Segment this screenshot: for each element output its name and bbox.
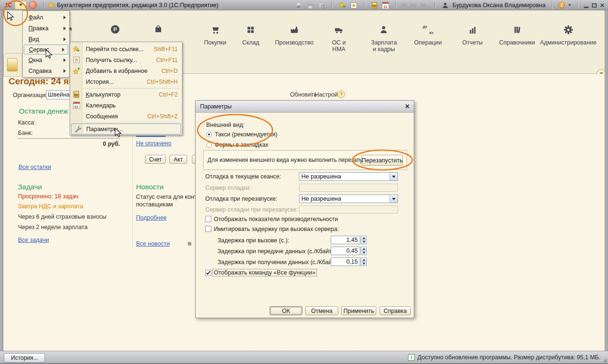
all-balances-link[interactable]: Все остатки xyxy=(18,164,51,170)
dropdown-button[interactable] xyxy=(390,195,398,203)
memory-recall-button[interactable]: М xyxy=(402,2,407,8)
delay-send-input[interactable]: 0,45 xyxy=(331,247,360,255)
shortcut: Ctrl+F2 xyxy=(159,91,178,98)
performance-checkbox-label[interactable]: Отображать показатели производительности xyxy=(214,216,338,222)
organization-select[interactable]: Швейна xyxy=(46,90,70,99)
performance-checkbox[interactable] xyxy=(205,216,211,222)
menu-item-go-to-link[interactable]: Перейти по ссылке... Shift+F11 xyxy=(70,44,182,54)
window-border-left xyxy=(0,10,3,351)
all-tasks-link[interactable]: Все задачи xyxy=(18,237,49,243)
imitate-delay-checkbox-label[interactable]: Имитировать задержку при вызовах сервера… xyxy=(214,226,339,232)
total-amount: 0 руб. xyxy=(73,141,120,147)
menu-item-history[interactable]: История... Ctrl+Shift+H xyxy=(70,76,182,87)
invoice-button[interactable]: Счет xyxy=(145,155,166,164)
debug-restart-select[interactable]: Не разрешена xyxy=(299,195,398,203)
section-tab-fixed-assets[interactable]: ОС и НМА xyxy=(332,25,345,53)
chevron-down-icon[interactable] xyxy=(568,4,571,6)
section-label: Зарплата и кадры xyxy=(371,39,397,53)
menu-item-windows[interactable]: Окна xyxy=(23,54,69,65)
menu-item-calendar[interactable]: 31 Календарь xyxy=(70,100,182,111)
task-item[interactable]: Через 2 недели зарплата xyxy=(18,224,88,231)
resize-grip[interactable]: ◢ xyxy=(603,358,607,363)
maximize-button[interactable] xyxy=(592,3,597,8)
favorites-star-icon[interactable] xyxy=(47,1,55,9)
all-functions-checkbox[interactable] xyxy=(205,270,211,276)
gear-icon xyxy=(563,25,574,35)
add-favorite-icon[interactable] xyxy=(338,1,346,9)
menu-item-add-favorite[interactable]: Добавить в избранное Ctrl+D xyxy=(70,65,182,76)
all-news-link[interactable]: Все новости xyxy=(136,240,170,247)
memory-plus-button[interactable]: М+ xyxy=(410,2,417,8)
save-icon[interactable] xyxy=(295,1,303,9)
help-icon[interactable]: ? xyxy=(337,90,345,98)
current-user-name[interactable]: Бурдукова Оксана Владимировна xyxy=(453,2,545,9)
menu-item-messages[interactable]: Сообщения Ctrl+Shift+Z xyxy=(70,111,182,122)
radio-taxi[interactable] xyxy=(206,132,212,137)
imitate-delay-checkbox[interactable] xyxy=(205,226,211,232)
section-tab-production[interactable]: Производство xyxy=(275,25,314,46)
print-icon[interactable] xyxy=(306,1,314,9)
section-tab-administration[interactable]: Администрирование xyxy=(540,25,596,46)
section-label: Покупки xyxy=(204,39,226,46)
user-icon xyxy=(441,1,449,9)
section-tab-payroll[interactable]: Зарплата и кадры xyxy=(371,25,397,53)
update-status[interactable]: i Доступно обновление программы. Размер … xyxy=(408,351,600,364)
section-label: Склад xyxy=(242,39,259,46)
delay-call-input[interactable]: 1,45 xyxy=(331,236,360,244)
calculator-icon[interactable] xyxy=(371,1,379,9)
history-status-button[interactable]: История... xyxy=(4,353,45,363)
section-tab-purchases[interactable]: Покупки xyxy=(204,25,226,46)
news-more-link[interactable]: Подробнее xyxy=(136,214,167,221)
menu-item-edit[interactable]: Правка xyxy=(23,23,69,34)
radio-forms-in-tabs[interactable] xyxy=(206,142,212,148)
task-item[interactable]: Просрочено: 18 задач xyxy=(18,193,79,200)
menu-item-file[interactable]: Файл xyxy=(23,12,69,23)
sales-section-icon[interactable] xyxy=(154,25,163,36)
dialog-title-bar[interactable]: Параметры × xyxy=(196,101,414,113)
act-button[interactable]: Акт xyxy=(169,155,187,164)
hidden-link-fragment xyxy=(136,136,165,137)
minimize-button[interactable] xyxy=(584,7,589,8)
restart-button[interactable]: Перезапустить xyxy=(362,155,403,166)
refresh-link[interactable]: Обновить xyxy=(290,91,317,98)
close-button[interactable]: × xyxy=(600,2,604,9)
section-tab-operations[interactable]: Дт Кт Операции xyxy=(414,25,442,46)
divider xyxy=(44,1,44,9)
section-tab-warehouse[interactable]: Склад xyxy=(242,25,259,46)
section-tab-directories[interactable]: Справочники xyxy=(499,25,535,46)
menu-item-parameters[interactable]: Параметры... xyxy=(71,124,181,134)
delay-receive-spinner[interactable] xyxy=(361,257,367,266)
section-tab-reports[interactable]: Отчеты xyxy=(462,25,482,46)
print-preview-icon[interactable] xyxy=(318,1,326,9)
menu-item-service[interactable]: Сервис xyxy=(24,44,68,54)
favorites-list-icon[interactable] xyxy=(350,1,358,9)
ok-button[interactable]: ОК xyxy=(270,306,302,315)
delay-send-spinner[interactable] xyxy=(361,247,367,255)
info-icon[interactable]: i xyxy=(558,2,565,9)
help-button[interactable]: Справка xyxy=(380,306,411,315)
cart-icon xyxy=(209,25,221,35)
main-menu-button[interactable] xyxy=(15,1,27,9)
menu-item-view[interactable]: Вид xyxy=(23,34,69,44)
task-item[interactable]: Через 6 дней страховые взносы xyxy=(18,213,106,220)
dropdown-button[interactable] xyxy=(390,173,398,180)
bank-cash-section-icon[interactable]: Р xyxy=(111,25,119,34)
menu-item-get-link[interactable]: Получить ссылку... Ctrl+F11 xyxy=(70,54,182,65)
not-paid-link[interactable]: Не оплачено xyxy=(136,140,171,147)
delay-call-spinner[interactable] xyxy=(361,236,367,244)
radio-forms-in-tabs-label[interactable]: Формы в закладках xyxy=(215,142,268,148)
cancel-button[interactable]: Отмена xyxy=(305,306,338,315)
bank-row-label: Банк: xyxy=(18,130,33,136)
menu-item-help[interactable]: Справка xyxy=(23,65,69,76)
calendar-icon[interactable]: 31 xyxy=(382,2,389,9)
memory-minus-button[interactable]: М– xyxy=(421,2,428,8)
all-functions-checkbox-label[interactable]: Отображать команду «Все функции» xyxy=(213,269,317,276)
apply-button[interactable]: Применить xyxy=(341,306,376,315)
debug-current-select[interactable]: Не разрешена xyxy=(299,172,398,181)
quick-menu-button[interactable] xyxy=(29,1,37,9)
delay-receive-input[interactable]: 0,15 xyxy=(331,257,360,266)
dialog-close-button[interactable]: × xyxy=(405,103,409,110)
task-item[interactable]: Завтра НДС и зарплата xyxy=(18,203,83,210)
menu-item-calculator[interactable]: Калькулятор Ctrl+F2 xyxy=(70,89,182,100)
radio-taxi-label[interactable]: Такси (рекомендуется) xyxy=(215,131,277,138)
